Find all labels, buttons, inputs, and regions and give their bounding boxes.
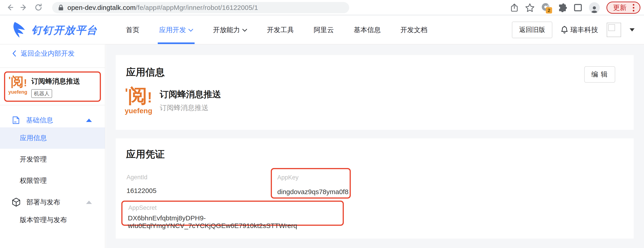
browser-chrome: open-dev.dingtalk.com/fe/app#/appMgr/inn…	[0, 0, 644, 15]
section-title-app-info: 应用信息	[126, 66, 165, 79]
org-avatar-placeholder[interactable]	[607, 23, 621, 37]
back-to-internal-dev-link[interactable]: 返回企业内部开发	[12, 48, 105, 59]
back-link-label: 返回企业内部开发	[21, 49, 74, 58]
bookmark-star-icon[interactable]	[525, 3, 534, 12]
top-navigation: 钉钉开放平台 首页 应用开发 开放能力 开发工具 阿里云 基本信息 开发文档 返…	[0, 16, 644, 44]
dingtalk-logo[interactable]: 钉钉开放平台	[12, 21, 98, 40]
main-menu: 首页 应用开发 开放能力 开发工具 阿里云 基本信息 开发文档	[126, 16, 428, 44]
sidebar-item-label: 权限管理	[20, 176, 47, 185]
sidebar-item-permission-management[interactable]: 权限管理	[0, 170, 105, 192]
sidebar-group-items: 应用信息 开发管理 权限管理	[0, 127, 105, 192]
appsecret-highlight-box: AppSecret DX6bhnEvfqbtmj8yDPH9-wIu0EqlYm…	[121, 200, 344, 226]
org-account[interactable]: 瑞丰科技	[561, 25, 598, 34]
url-path: /fe/app#/appMgr/inner/robot/16122005/1	[136, 4, 258, 11]
back-to-old-version-button[interactable]: 返回旧版	[512, 22, 552, 38]
sidebar-group-deploy-release[interactable]: 部署与发布	[0, 196, 105, 208]
screen: open-dev.dingtalk.com/fe/app#/appMgr/inn…	[0, 0, 644, 248]
cube-icon	[12, 198, 20, 207]
nav-item-label: 基本信息	[354, 26, 381, 34]
nav-item-label: 开发工具	[267, 26, 294, 34]
appkey-label: AppKey	[277, 174, 299, 181]
dingtalk-wing-icon	[12, 21, 28, 40]
app-logo-glyph: 阅	[8, 75, 27, 88]
app-logo: 阅 yuefeng	[8, 75, 27, 94]
nav-item-label: 开放能力	[213, 26, 240, 34]
chevron-left-icon	[12, 50, 16, 57]
sidebar-group-label: 部署与发布	[26, 198, 60, 207]
extensions-puzzle-icon[interactable]	[558, 3, 567, 12]
share-icon[interactable]	[510, 3, 518, 12]
sidebar-group-label: 基础信息	[26, 116, 53, 125]
update-label: 更新	[613, 3, 626, 12]
nav-item-label: 开发文档	[400, 26, 428, 34]
edit-button[interactable]: 编 辑	[584, 66, 615, 83]
sidebar-item-label: 开发管理	[20, 155, 47, 164]
collapse-triangle-icon[interactable]	[86, 200, 92, 204]
nav-item-label: 阿里云	[314, 26, 334, 34]
account-dropdown-icon[interactable]	[630, 28, 634, 32]
collapse-triangle-icon[interactable]	[86, 118, 92, 122]
app-description: 订阅蜂消息推送	[160, 103, 208, 112]
refresh-icon[interactable]	[34, 3, 43, 12]
app-credentials-card: 应用凭证 AgentId 16122005 AppKey dingdovaz9q…	[116, 138, 634, 238]
topnav-right: 返回旧版 瑞丰科技	[512, 16, 634, 44]
side-panel-icon[interactable]	[574, 4, 582, 12]
app-logo-large: 阅 yuefeng	[125, 86, 152, 114]
sidebar-group-basic-info[interactable]: 基础信息	[0, 114, 105, 126]
app-logo-subtext: yuefeng	[125, 107, 152, 114]
app-logo-glyph: 阅	[125, 86, 152, 105]
robot-tag: 机器人	[31, 89, 52, 98]
sidebar-item-app-info[interactable]: 应用信息	[0, 127, 105, 149]
brand-text: 钉钉开放平台	[32, 23, 98, 37]
nav-item-label: 应用开发	[159, 26, 186, 34]
nav-item-dev-docs[interactable]: 开发文档	[400, 16, 428, 44]
browser-menu-icon[interactable]	[632, 3, 636, 12]
extension-badge-icon[interactable]: 2	[541, 3, 551, 12]
agentid-label: AgentId	[126, 174, 148, 181]
forward-icon[interactable]	[20, 3, 28, 12]
sidebar-app-card-wrap: 阅 yuefeng 订阅蜂消息推送 机器人	[0, 68, 105, 105]
divider	[0, 105, 105, 105]
lock-icon	[58, 4, 64, 11]
sidebar-app-meta: 订阅蜂消息推送 机器人	[31, 75, 80, 98]
url-host: open-dev.dingtalk.com	[68, 4, 136, 11]
sidebar-item-label: 版本管理与发布	[20, 216, 67, 225]
address-bar[interactable]: open-dev.dingtalk.com/fe/app#/appMgr/inn…	[52, 2, 349, 13]
back-icon[interactable]	[6, 3, 14, 12]
agentid-value: 16122005	[126, 187, 156, 194]
nav-item-aliyun[interactable]: 阿里云	[314, 16, 334, 44]
bell-icon[interactable]	[561, 26, 568, 34]
nav-item-dev-tools[interactable]: 开发工具	[267, 16, 294, 44]
browser-actions: 2 更新	[510, 0, 640, 15]
nav-item-basic-info[interactable]: 基本信息	[354, 16, 381, 44]
appsecret-label: AppSecret	[128, 204, 156, 212]
nav-item-open-capabilities[interactable]: 开放能力	[213, 16, 247, 44]
chevron-down-icon	[188, 29, 193, 32]
nav-item-home[interactable]: 首页	[126, 16, 139, 44]
document-icon	[12, 116, 20, 124]
browser-nav-buttons	[0, 3, 43, 12]
appsecret-value: DX6bhnEvfqbtmj8yDPH9-wIu0EqlYmgYNCV_7cYC…	[128, 214, 343, 230]
app-logo-subtext: yuefeng	[8, 90, 27, 94]
sidebar-app-card-highlight[interactable]: 阅 yuefeng 订阅蜂消息推送 机器人	[4, 72, 101, 102]
sidebar-item-label: 应用信息	[20, 134, 47, 143]
sidebar-item-dev-management[interactable]: 开发管理	[0, 149, 105, 170]
sidebar: 返回企业内部开发 阅 yuefeng 订阅蜂消息推送 机器人 基础信息 应用信息	[0, 44, 106, 248]
sidebar-group-items: 版本管理与发布	[0, 209, 105, 231]
sidebar-app-name: 订阅蜂消息推送	[31, 76, 80, 86]
sidebar-item-version-release[interactable]: 版本管理与发布	[0, 209, 105, 231]
appkey-value: dingdovaz9qs78yma0f8	[277, 188, 348, 196]
app-name: 订阅蜂消息推送	[160, 88, 221, 100]
main-content: 应用信息 编 辑 阅 yuefeng 订阅蜂消息推送 订阅蜂消息推送 应用凭证 …	[106, 44, 644, 248]
nav-item-label: 首页	[126, 26, 139, 34]
chrome-update-button[interactable]: 更新	[606, 2, 640, 14]
profile-avatar-icon[interactable]	[589, 2, 600, 13]
section-title-credentials: 应用凭证	[126, 148, 165, 161]
app-info-card: 应用信息 编 辑 阅 yuefeng 订阅蜂消息推送 订阅蜂消息推送	[116, 55, 634, 130]
org-name: 瑞丰科技	[570, 25, 598, 34]
nav-item-app-development[interactable]: 应用开发	[159, 16, 193, 44]
url-text: open-dev.dingtalk.com/fe/app#/appMgr/inn…	[68, 4, 258, 12]
extension-badge-count: 2	[546, 7, 552, 14]
chevron-down-icon	[242, 29, 247, 32]
appkey-highlight-box: AppKey dingdovaz9qs78yma0f8	[271, 168, 351, 198]
